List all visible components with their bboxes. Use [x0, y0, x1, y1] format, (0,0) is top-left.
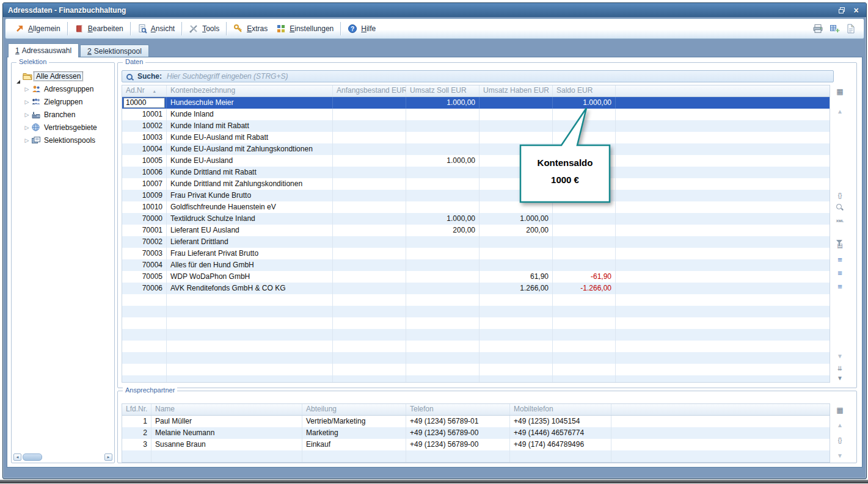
cell[interactable]	[333, 190, 406, 201]
cell[interactable]	[333, 201, 406, 213]
cell[interactable]	[333, 259, 406, 271]
cell[interactable]	[553, 213, 616, 225]
cell[interactable]	[333, 167, 406, 178]
cell[interactable]	[553, 306, 616, 317]
titlebar[interactable]: Adressdaten - Finanzbuchhaltung ×	[3, 3, 866, 17]
collapsed-icon[interactable]: ▷	[23, 86, 31, 92]
table-row[interactable]	[122, 329, 830, 341]
cell[interactable]	[406, 259, 480, 271]
cell[interactable]: 70001	[122, 225, 167, 236]
table-row[interactable]: 10007Kunde Drittland mit Zahlungskonditi…	[122, 178, 830, 190]
cell[interactable]	[406, 317, 480, 329]
cell[interactable]: 10001	[122, 109, 167, 120]
cell[interactable]: Textildruck Schulze Inland	[167, 213, 333, 225]
toolbar-button-ansicht[interactable]: Ansicht	[133, 21, 179, 36]
cell[interactable]	[406, 143, 480, 155]
cell[interactable]	[122, 329, 167, 341]
list-view-icon[interactable]: ≡	[835, 281, 845, 291]
table-row[interactable]: 10006Kunde Drittland mit Rabatt	[122, 167, 830, 178]
toolbar-button-bearbeiten[interactable]: Bearbeiten	[70, 21, 128, 36]
cell[interactable]	[122, 294, 167, 306]
cell[interactable]: 10010	[122, 201, 167, 213]
cell[interactable]	[406, 190, 480, 201]
cell[interactable]: Vertrieb/Marketing	[302, 416, 406, 427]
cell[interactable]	[553, 294, 616, 306]
cell[interactable]: 10003	[122, 132, 167, 143]
cell[interactable]	[510, 450, 611, 462]
cell[interactable]	[333, 213, 406, 225]
cell[interactable]	[480, 259, 553, 271]
cell[interactable]	[406, 352, 480, 364]
cell[interactable]: Melanie Neumann	[151, 427, 302, 439]
cell[interactable]	[333, 306, 406, 317]
cell[interactable]: -1.266,00	[553, 283, 616, 294]
list-view-icon[interactable]: ≡	[835, 268, 845, 278]
cell[interactable]	[333, 143, 406, 155]
cell[interactable]: Frau Lieferant Privat Brutto	[167, 248, 333, 259]
column-header-lfdnr[interactable]: Lfd.Nr.	[122, 404, 151, 415]
table-row[interactable]: 70000Textildruck Schulze Inland1.000,001…	[122, 213, 830, 225]
page-down-icon[interactable]: ⇊	[835, 363, 845, 373]
tree-item-alle-adressen[interactable]: Alle Adressen	[14, 70, 112, 82]
cell[interactable]: +49 (1234) 56789-00	[406, 439, 510, 450]
cell[interactable]: 10006	[122, 167, 167, 178]
cell[interactable]	[333, 375, 406, 383]
cell[interactable]	[333, 248, 406, 259]
cell[interactable]	[406, 450, 510, 462]
cell[interactable]	[406, 271, 480, 283]
scroll-up-icon[interactable]: ▲	[835, 106, 845, 116]
cell[interactable]	[167, 329, 333, 341]
cell[interactable]: Kunde Inland	[167, 109, 333, 120]
table-row[interactable]: 1Paul MüllerVertrieb/Marketing+49 (1234)…	[122, 416, 830, 427]
cell[interactable]	[480, 375, 553, 383]
cell[interactable]: 10005	[122, 155, 167, 167]
cell[interactable]: Kunde EU-Ausland mit Rabatt	[167, 132, 333, 143]
column-header-umsatz-soll[interactable]: Umsatz Soll EUR	[406, 85, 480, 96]
cell[interactable]: 10004	[122, 143, 167, 155]
cell[interactable]: +49 (1234) 56789-00	[406, 427, 510, 439]
cell[interactable]	[122, 462, 151, 463]
scroll-down-icon[interactable]: ▼	[835, 351, 845, 361]
cell[interactable]	[122, 352, 167, 364]
list-view-icon[interactable]: ≡	[835, 255, 845, 264]
table-row[interactable]	[122, 306, 830, 317]
table-row[interactable]: 2Melanie NeumannMarketing+49 (1234) 5678…	[122, 427, 830, 439]
column-header-abteilung[interactable]: Abteilung	[302, 404, 406, 415]
tree-item-branchen[interactable]: ▷ Branchen	[23, 109, 112, 120]
cell[interactable]	[406, 109, 480, 120]
cell[interactable]	[480, 329, 553, 341]
cell[interactable]	[510, 462, 611, 463]
cell[interactable]	[553, 259, 616, 271]
cell[interactable]	[406, 283, 480, 294]
toolbar-button-hilfe[interactable]: ? Hilfe	[343, 21, 380, 36]
cell[interactable]	[333, 294, 406, 306]
tree-item-adressgruppen[interactable]: ▷ Adressgruppen	[23, 83, 112, 95]
cell[interactable]	[553, 364, 616, 375]
cell[interactable]	[406, 294, 480, 306]
toolbar-button-einstellungen[interactable]: Einstellungen	[272, 21, 338, 36]
column-header-saldo[interactable]: Saldo EUR	[553, 85, 616, 96]
cell[interactable]	[151, 450, 302, 462]
cell[interactable]: 70006	[122, 283, 167, 294]
cell[interactable]	[406, 167, 480, 178]
cell[interactable]: Paul Müller	[151, 416, 302, 427]
cell[interactable]	[480, 248, 553, 259]
cell[interactable]: +49 (174) 464789496	[510, 439, 611, 450]
database-add-icon[interactable]	[830, 24, 840, 34]
table-row[interactable]	[122, 450, 830, 462]
table-row[interactable]: 10003Kunde EU-Ausland mit Rabatt	[122, 132, 830, 143]
cell[interactable]	[480, 294, 553, 306]
cell[interactable]	[333, 283, 406, 294]
cell[interactable]: +49 (1235) 1045154	[510, 416, 611, 427]
search-bar[interactable]: Suche:	[122, 70, 834, 82]
cell[interactable]	[406, 178, 480, 190]
tab-adressauswahl[interactable]: 1Adressauswahl	[8, 43, 79, 57]
table-row[interactable]: 10005Kunde EU-Ausland1.000,00	[122, 155, 830, 167]
cell[interactable]	[553, 225, 616, 236]
column-header-telefon[interactable]: Telefon	[406, 404, 510, 415]
table-row[interactable]: 10002Kunde Inland mit Rabatt	[122, 120, 830, 132]
cell[interactable]	[406, 375, 480, 383]
cell[interactable]	[333, 341, 406, 352]
table-row[interactable]: 10010Goldfischfreunde Hauenstein eV	[122, 201, 830, 213]
cell[interactable]	[333, 329, 406, 341]
